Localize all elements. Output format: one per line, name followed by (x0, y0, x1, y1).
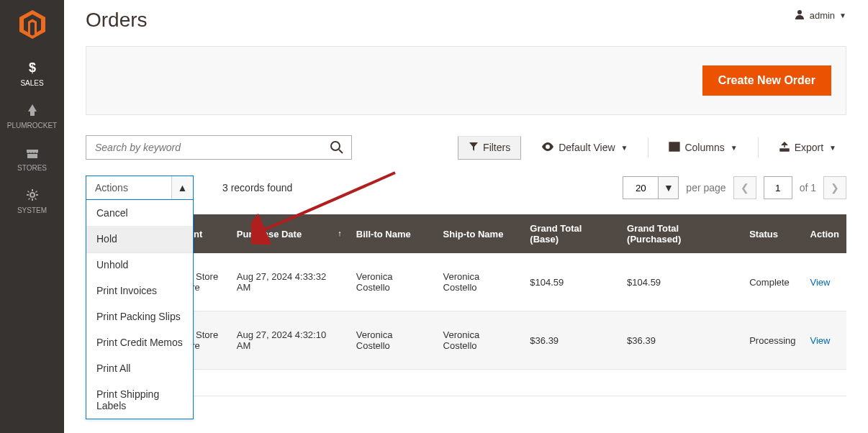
table-row[interactable]: Main Website Main Website Store Default … (86, 253, 846, 311)
view-link[interactable]: View (810, 277, 831, 288)
caret-down-icon: ▼ (829, 144, 836, 152)
sidebar-label: SYSTEM (17, 206, 47, 214)
page-title: Orders (86, 9, 148, 32)
columns-label: Columns (684, 142, 724, 153)
action-hold[interactable]: Hold (86, 226, 193, 252)
export-button[interactable]: Export ▼ (769, 137, 846, 159)
gear-icon (0, 188, 64, 204)
hero-bar: Create New Order (86, 46, 846, 115)
caret-down-icon: ▼ (731, 144, 738, 152)
cell-gtb: $36.39 (523, 311, 620, 370)
user-menu[interactable]: admin ▼ (794, 9, 846, 22)
cell-status: Complete (742, 253, 803, 311)
cell-date: Aug 27, 2024 4:33:32 AM (230, 253, 349, 311)
cell-bill: Veronica Costello (349, 311, 436, 370)
create-order-button[interactable]: Create New Order (702, 65, 831, 96)
col-gt-purchased[interactable]: Grand Total (Purchased) (620, 214, 742, 253)
action-print-invoices[interactable]: Print Invoices (86, 278, 193, 304)
plumrocket-icon (0, 103, 64, 119)
columns-button[interactable]: Columns ▼ (659, 137, 747, 159)
default-view-label: Default View (559, 142, 615, 153)
per-page-label: per page (686, 182, 725, 193)
of-pages: of 1 (800, 182, 816, 193)
sidebar-item-system[interactable]: SYSTEM (0, 179, 64, 222)
orders-table: ▼ PPurchase Point Purchase Date↑ Bill-to… (86, 214, 846, 396)
funnel-icon (469, 142, 479, 154)
columns-icon (669, 142, 680, 154)
actions-dropdown[interactable]: Actions ▲ (86, 176, 194, 200)
sidebar-label: SALES (20, 79, 43, 87)
sidebar-label: STORES (17, 164, 47, 172)
chevron-right-icon: ❯ (831, 182, 839, 193)
filters-label: Filters (483, 142, 510, 153)
action-print-shipping-labels[interactable]: Print Shipping Labels (86, 381, 193, 419)
sidebar-item-sales[interactable]: $ SALES (0, 52, 64, 94)
cell-status: Processing (742, 311, 803, 370)
cell-date: Aug 27, 2024 4:32:10 AM (230, 311, 349, 370)
actions-toggle[interactable]: ▲ (171, 176, 193, 199)
page-number-input[interactable] (764, 176, 792, 199)
pager: ▼ per page ❮ of 1 ❯ (623, 176, 846, 199)
col-status[interactable]: Status (742, 214, 803, 253)
sidebar: $ SALES PLUMROCKET STORES SYSTEM (0, 0, 64, 433)
filters-button[interactable]: Filters (458, 136, 521, 160)
stores-icon (0, 145, 64, 161)
chevron-left-icon: ❮ (741, 182, 749, 193)
cell-gtb: $104.59 (523, 253, 620, 311)
divider (648, 137, 648, 158)
svg-text:$: $ (28, 60, 35, 75)
cell-gtp: $104.59 (620, 253, 742, 311)
user-icon (794, 9, 805, 22)
sidebar-item-plumrocket[interactable]: PLUMROCKET (0, 94, 64, 137)
table-row[interactable]: Main Website Main Website Store Default … (86, 311, 846, 370)
action-unhold[interactable]: Unhold (86, 252, 193, 278)
user-name: admin (810, 10, 835, 21)
table-row[interactable]: Main Website (86, 370, 846, 396)
caret-up-icon: ▲ (178, 182, 188, 193)
actions-label: Actions (86, 182, 171, 193)
action-print-packing-slips[interactable]: Print Packing Slips (86, 304, 193, 329)
default-view-button[interactable]: Default View ▼ (531, 137, 638, 159)
cell-ship: Veronica Costello (436, 311, 523, 370)
col-ship-to[interactable]: Ship-to Name (436, 214, 523, 253)
search-box (86, 135, 352, 160)
search-input[interactable] (86, 136, 322, 159)
caret-down-icon: ▼ (839, 12, 846, 19)
cell-gtp: $36.39 (620, 311, 742, 370)
page-size-dropdown[interactable]: ▼ (659, 176, 679, 199)
sidebar-label: PLUMROCKET (7, 122, 57, 129)
export-label: Export (795, 142, 823, 153)
cell-ship: Veronica Costello (436, 253, 523, 311)
dollar-icon: $ (0, 60, 64, 76)
caret-down-icon: ▼ (621, 144, 628, 152)
cell-bill: Veronica Costello (349, 253, 436, 311)
view-link[interactable]: View (810, 335, 831, 346)
records-found: 3 records found (222, 182, 292, 193)
action-cancel[interactable]: Cancel (86, 200, 193, 226)
svg-line-2 (339, 150, 343, 153)
export-icon (779, 142, 790, 154)
sidebar-item-stores[interactable]: STORES (0, 137, 64, 179)
magento-logo[interactable] (18, 10, 47, 39)
caret-down-icon: ▼ (664, 182, 674, 193)
action-print-credit-memos[interactable]: Print Credit Memos (86, 329, 193, 355)
col-action: Action (803, 214, 846, 253)
col-purchase-date[interactable]: Purchase Date↑ (230, 214, 349, 253)
divider (758, 137, 759, 158)
col-bill-to[interactable]: Bill-to Name (349, 214, 436, 253)
next-page-button[interactable]: ❯ (823, 176, 846, 199)
prev-page-button[interactable]: ❮ (733, 176, 756, 199)
eye-icon (541, 142, 554, 154)
search-button[interactable] (322, 136, 351, 159)
svg-point-1 (331, 142, 340, 150)
main-content: Orders admin ▼ Create New Order (64, 0, 868, 433)
sort-asc-icon: ↑ (338, 229, 342, 237)
page-size-input[interactable] (623, 176, 659, 199)
actions-menu: Cancel Hold Unhold Print Invoices Print … (86, 200, 194, 419)
col-gt-base[interactable]: Grand Total (Base) (523, 214, 620, 253)
action-print-all[interactable]: Print All (86, 355, 193, 381)
